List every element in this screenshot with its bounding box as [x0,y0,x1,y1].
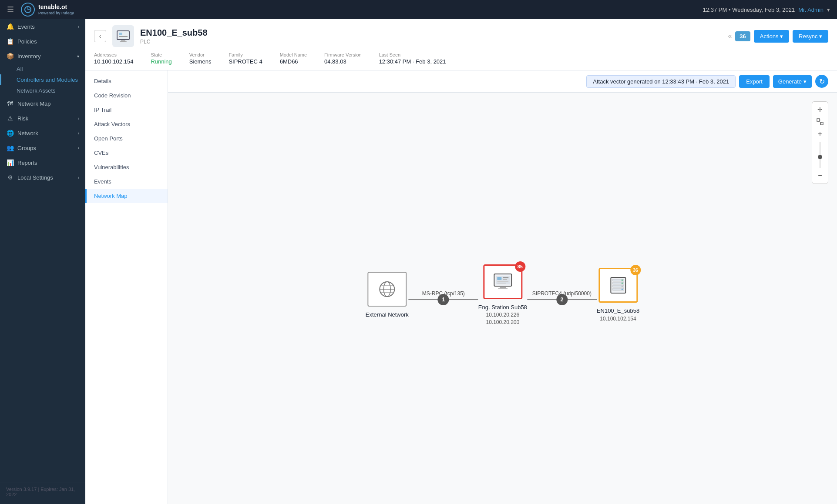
sidebar-item-risk[interactable]: ⚠ Risk › [0,111,85,126]
device-title-row: ‹ EN100_E_sub58 PLC [94,25,828,47]
back-button[interactable]: ‹ [94,30,106,42]
network-icon: 🌐 [6,130,14,137]
node-eng-station: 85 [478,264,527,326]
settings-icon: ⚙ [6,174,14,181]
meta-last-seen-label: Last Seen [379,52,446,57]
left-nav: Details Code Revision IP Trail Attack Ve… [85,70,168,504]
meta-state: State Running [151,52,171,65]
user-chevron-icon[interactable]: ▾ [827,7,830,13]
zoom-out-button[interactable]: − [814,170,826,182]
svg-rect-1 [117,31,129,40]
groups-icon: 👥 [6,144,14,151]
node-label-eng-station: Eng. Station Sub58 [478,304,527,311]
svg-point-29 [622,286,623,287]
svg-point-28 [622,283,623,284]
meta-firmware: Firmware Version 04.83.03 [324,52,362,65]
pan-control-icon[interactable]: ✛ [814,103,826,116]
network-chevron-icon: › [78,131,79,136]
nav-details[interactable]: Details [85,74,168,88]
zoom-in-button[interactable]: + [814,128,826,140]
node-external-network: External Network [366,272,409,319]
version-info: Version 3.9.17 | Expires: Jan 31, 2022 [0,483,85,501]
meta-state-label: State [151,52,171,57]
svg-rect-2 [119,33,122,35]
meta-addresses-value: 10.100.102.154 [94,58,133,65]
policy-icon: 📋 [6,38,14,45]
sidebar-label-policies: Policies [17,38,37,45]
nav-ip-trail[interactable]: IP Trail [85,103,168,117]
sidebar-item-network[interactable]: 🌐 Network › [0,126,85,140]
hamburger-icon[interactable]: ☰ [7,5,14,14]
sidebar-label-events: Events [17,23,35,30]
nav-events[interactable]: Events [85,174,168,189]
content-area: ‹ EN100_E_sub58 PLC [85,19,837,504]
svg-rect-16 [498,288,508,289]
device-name-group: EN100_E_sub58 PLC [140,28,208,45]
meta-vendor: Vendor Siemens [189,52,212,65]
content-body: Details Code Revision IP Trail Attack Ve… [85,70,837,504]
logo: tenable.ot Powered by Indegy [21,3,74,17]
meta-vendor-label: Vendor [189,52,212,57]
inventory-chevron-icon: ▾ [77,54,79,59]
connector-2-line: 2 [527,299,597,300]
sidebar-sub-controllers[interactable]: Controllers and Modules [0,74,85,85]
sidebar-item-inventory[interactable]: 📦 Inventory ▾ [0,49,85,63]
node-box-external[interactable] [367,272,407,307]
meta-model-value: 6MD66 [280,58,307,65]
sidebar-label-network: Network [17,130,38,137]
device-name: EN100_E_sub58 [140,28,208,38]
device-meta: Addresses 10.100.102.154 State Running V… [94,52,828,70]
svg-rect-15 [500,287,506,288]
meta-family: Family SIPROTEC 4 [229,52,262,65]
refresh-button[interactable]: ↻ [815,75,828,88]
svg-rect-19 [503,279,507,280]
generate-button[interactable]: Generate ▾ [773,75,812,88]
step-2-circle: 2 [556,294,568,305]
sidebar-sub-all[interactable]: All [0,63,85,74]
device-title-left: ‹ EN100_E_sub58 PLC [94,25,208,47]
nav-vulnerabilities[interactable]: Vulnerabilities [85,160,168,174]
zoom-fit-button[interactable] [814,116,826,128]
node-box-eng-station[interactable]: 85 [483,264,522,299]
nav-code-revision[interactable]: Code Revision [85,88,168,103]
topbar: ☰ tenable.ot Powered by Indegy 12:37 PM … [0,0,837,19]
generate-chevron-icon: ▾ [803,78,807,85]
chevron-icon: › [78,24,79,29]
double-chevron-icon[interactable]: « [728,32,732,40]
device-icon [112,25,134,47]
connector-1: MS-RPC (tcp/135) 1 [409,290,478,300]
nav-open-ports[interactable]: Open Ports [85,131,168,146]
step-1-circle: 1 [438,294,449,305]
topbar-left: ☰ tenable.ot Powered by Indegy [7,3,74,17]
svg-point-30 [622,289,623,290]
node-sublabel-eng-station-1: 10.100.20.226 [486,311,519,319]
node-box-en100[interactable]: 36 [598,268,638,303]
sidebar-label-risk: Risk [17,115,28,122]
sidebar-item-policies[interactable]: 📋 Policies [0,34,85,49]
sidebar-item-local-settings[interactable]: ⚙ Local Settings › [0,170,85,185]
generate-label: Generate [778,78,802,85]
svg-rect-18 [503,277,508,278]
resync-button[interactable]: Resync ▾ [793,30,828,43]
svg-rect-20 [497,281,508,282]
actions-button[interactable]: Actions ▾ [754,30,789,43]
sidebar-item-reports[interactable]: 📊 Reports [0,155,85,170]
network-diagram: External Network MS-RPC (tcp/135) 1 [366,264,639,326]
export-button[interactable]: Export [739,75,770,88]
zoom-controls: ✛ + − [812,101,828,184]
user-menu[interactable]: Mr. Admin [798,7,824,13]
sidebar-sub-network-assets[interactable]: Network Assets [0,85,85,96]
sidebar-item-groups[interactable]: 👥 Groups › [0,140,85,155]
sidebar-item-network-map[interactable]: 🗺 Network Map [0,96,85,111]
nav-attack-vectors[interactable]: Attack Vectors [85,117,168,131]
logo-text: tenable.ot [38,4,74,10]
nav-network-map[interactable]: Network Map [85,189,168,203]
sidebar-item-events[interactable]: 🔔 Events › [0,19,85,34]
device-header-right: « 36 Actions ▾ Resync ▾ [728,30,828,43]
node-label-en100: EN100_E_sub58 [597,307,639,315]
nav-cves[interactable]: CVEs [85,146,168,160]
connector-2: SIPROTEC4 (udp/50000) 2 [527,290,597,300]
sidebar-label-local-settings: Local Settings [17,174,53,181]
meta-last-seen-value: 12:30:47 PM · Feb 3, 2021 [379,58,446,65]
zoom-slider-track [820,142,820,168]
